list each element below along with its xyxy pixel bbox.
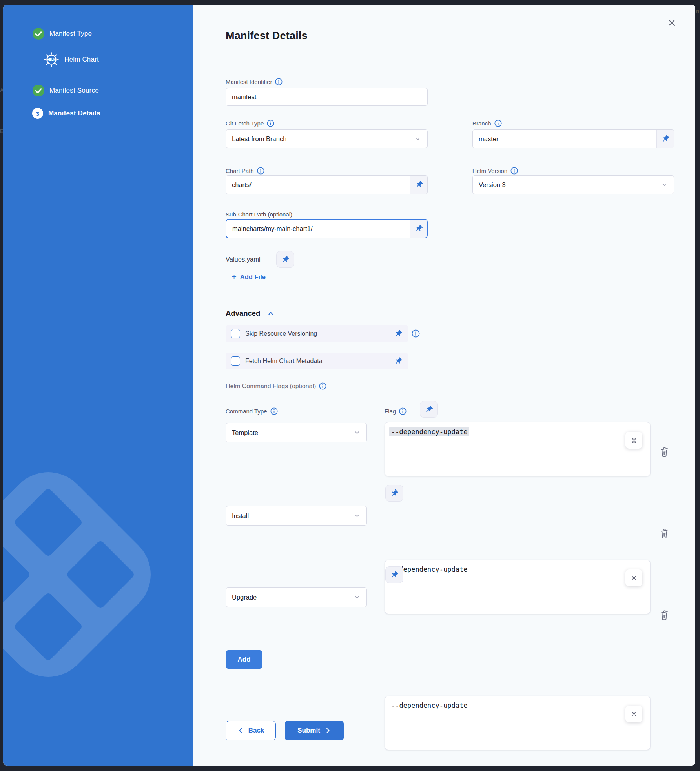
branch-input[interactable] [473,130,656,148]
wizard-substep-helm-chart[interactable]: HELM Helm Chart [44,52,99,67]
manifest-identifier-label: Manifest Identifier [226,78,283,86]
info-icon[interactable] [275,78,283,86]
close-icon [667,18,676,27]
command-type-label: Command Type [226,407,278,415]
checkbox-label: Fetch Helm Chart Metadata [245,358,388,365]
flag-pin-button[interactable] [385,485,403,502]
step-label: Helm Chart [64,56,99,64]
fetch-helm-chart-metadata-row: Fetch Helm Chart Metadata [226,353,408,369]
button-label: Submit [297,727,320,735]
info-icon[interactable] [257,167,265,175]
label-text: Helm Command Flags (optional) [226,382,316,390]
select-value: Template [232,429,258,436]
label-text: Helm Version [472,167,507,175]
manifest-wizard-modal: Manifest Type HELM Helm [3,5,695,766]
branch-label: Branch [472,119,502,127]
sub-chart-path-input[interactable] [226,220,410,238]
sub-chart-path-label: Sub-Chart Path (optional) [226,211,292,218]
harness-logo-watermark [3,455,168,694]
info-icon[interactable] [270,407,278,415]
pin-icon [425,405,433,414]
screen: Ac Er ne Manifest Type [0,0,700,771]
flag-textarea[interactable]: --dependency-update [385,422,651,476]
chevron-down-icon [353,593,361,601]
pin-icon[interactable] [656,130,674,148]
expand-button[interactable] [625,706,642,722]
chart-path-field [226,175,428,194]
step-label: Manifest Source [49,87,99,95]
wizard-step-manifest-source[interactable]: Manifest Source [33,85,99,96]
flag-label: Flag [385,407,407,415]
info-icon[interactable] [266,119,275,127]
helm-wheel-icon: HELM [44,52,59,67]
helm-command-flags-label: Helm Command Flags (optional) [226,382,327,390]
add-flag-button[interactable]: Add [226,650,262,669]
trash-icon [658,445,671,458]
command-type-select[interactable]: Template [226,423,367,442]
page-title: Manifest Details [226,30,308,42]
delete-flag-button[interactable] [658,526,671,540]
wizard-step-manifest-type[interactable]: Manifest Type [33,28,92,40]
close-button[interactable] [664,15,680,31]
advanced-section-toggle[interactable]: Advanced [226,309,275,318]
chart-path-label: Chart Path [226,167,265,175]
info-icon[interactable] [411,329,420,338]
delete-flag-button[interactable] [658,445,671,459]
chevron-right-icon [324,727,331,734]
label-text: Git Fetch Type [226,120,264,127]
command-type-select[interactable]: Upgrade [226,587,367,607]
add-file-link[interactable]: + Add File [232,273,266,281]
pin-icon[interactable] [388,325,408,342]
trash-icon [658,527,671,540]
expand-button[interactable] [625,432,642,449]
values-yaml-pin-button[interactable] [276,251,294,268]
chart-path-input[interactable] [226,176,410,194]
expand-button[interactable] [625,569,642,586]
pin-icon[interactable] [388,353,408,369]
flag-textarea[interactable]: --dependency-update [385,696,651,750]
helm-version-label: Helm Version [472,167,518,175]
chevron-up-icon [267,309,275,317]
pin-icon [390,489,399,498]
delete-flag-button[interactable] [658,608,671,622]
label-text: Sub-Chart Path (optional) [226,211,292,218]
info-icon[interactable] [319,382,327,390]
info-icon[interactable] [494,119,502,127]
git-fetch-type-select[interactable]: Latest from Branch [226,129,428,148]
back-button[interactable]: Back [226,721,276,740]
step-number-badge: 3 [32,108,43,119]
trash-icon [658,608,671,622]
label-text: Branch [472,120,491,127]
svg-text:HELM: HELM [47,58,56,62]
button-label: Back [248,727,264,735]
section-title: Advanced [226,309,260,318]
button-label: Add [237,656,250,664]
pin-icon[interactable] [410,176,427,194]
flag-textarea[interactable]: --dependency-update [385,560,651,614]
expand-icon [630,710,638,718]
pin-icon [281,255,290,264]
label-text: Chart Path [226,167,254,175]
command-type-select[interactable]: Install [226,506,367,526]
pin-icon[interactable] [410,220,427,238]
manifest-identifier-input[interactable] [226,88,428,106]
skip-resource-versioning-checkbox[interactable] [231,329,240,338]
fetch-helm-chart-metadata-checkbox[interactable] [231,356,240,366]
chevron-down-icon [353,429,361,436]
info-icon[interactable] [510,167,518,175]
flag-pin-button[interactable] [385,566,403,583]
manifest-details-panel: Manifest Details Manifest Identifier Git… [193,5,695,766]
expand-icon [630,574,638,582]
wizard-step-manifest-details[interactable]: 3 Manifest Details [32,108,100,119]
check-circle-icon [33,85,44,96]
branch-field [472,129,674,148]
flag-pin-button[interactable] [420,401,438,418]
helm-version-select[interactable]: Version 3 [472,175,674,194]
submit-button[interactable]: Submit [285,721,344,740]
sub-chart-path-field [226,219,428,238]
skip-resource-versioning-row: Skip Resource Versioning [226,325,408,342]
chevron-down-icon [660,181,668,189]
select-value: Version 3 [479,181,506,189]
info-icon[interactable] [399,407,407,415]
label-text: Manifest Identifier [226,78,272,86]
